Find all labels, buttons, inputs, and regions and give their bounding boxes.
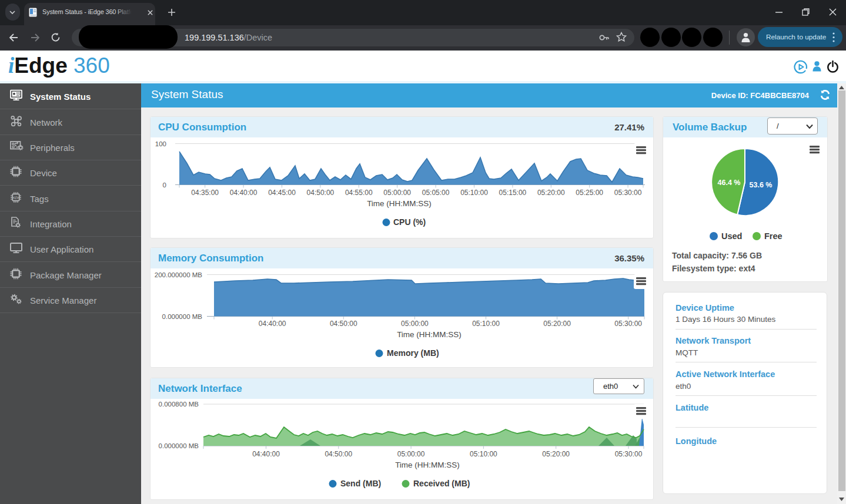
svg-text:05:20:00: 05:20:00 [542,450,570,458]
svg-text:05:20:00: 05:20:00 [537,189,565,197]
svg-text:Time (HH:MM:SS): Time (HH:MM:SS) [367,199,432,208]
svg-text:05:20:00: 05:20:00 [543,320,571,328]
svg-text:100: 100 [155,140,166,147]
svg-text:0.000000 MB: 0.000000 MB [159,442,199,449]
svg-text:05:00:00: 05:00:00 [383,189,411,197]
svg-text:Send (MB): Send (MB) [340,479,381,488]
svg-text:CPU (%): CPU (%) [393,217,426,227]
svg-text:Received (MB): Received (MB) [413,479,470,488]
svg-text:05:10:00: 05:10:00 [460,189,488,197]
svg-text:04:40:00: 04:40:00 [259,320,286,328]
svg-text:Free: Free [764,231,783,241]
svg-text:05:30:00: 05:30:00 [614,189,642,197]
svg-text:0.000800 MB: 0.000800 MB [159,401,199,408]
svg-text:05:10:00: 05:10:00 [470,450,497,458]
svg-text:05:00:00: 05:00:00 [401,320,429,328]
svg-text:05:30:00: 05:30:00 [615,450,643,458]
svg-text:Time (HH:MM:SS): Time (HH:MM:SS) [397,330,462,339]
svg-text:04:50:00: 04:50:00 [325,450,352,458]
svg-text:46.4 %: 46.4 % [718,179,741,187]
svg-text:05:05:00: 05:05:00 [422,189,450,197]
svg-text:04:50:00: 04:50:00 [330,320,357,328]
svg-text:Used: Used [721,231,742,241]
svg-text:05:25:00: 05:25:00 [576,189,603,197]
svg-text:04:50:00: 04:50:00 [307,189,335,197]
svg-text:04:55:00: 04:55:00 [345,189,373,197]
svg-text:53.6 %: 53.6 % [750,181,773,189]
svg-text:04:40:00: 04:40:00 [252,450,280,458]
svg-text:05:30:00: 05:30:00 [614,320,642,328]
svg-text:0.000000 MB: 0.000000 MB [162,313,203,320]
svg-text:05:15:00: 05:15:00 [499,189,527,197]
svg-text:04:40:00: 04:40:00 [230,189,258,197]
svg-text:0: 0 [163,182,166,189]
svg-text:Time (HH:MM:SS): Time (HH:MM:SS) [395,461,460,469]
svg-text:05:00:00: 05:00:00 [397,450,425,458]
svg-text:04:35:00: 04:35:00 [191,189,219,197]
svg-text:200.000000 MB: 200.000000 MB [155,271,203,278]
svg-text:04:45:00: 04:45:00 [268,189,296,197]
svg-text:05:10:00: 05:10:00 [472,320,500,328]
svg-text:Memory (MB): Memory (MB) [387,348,439,358]
